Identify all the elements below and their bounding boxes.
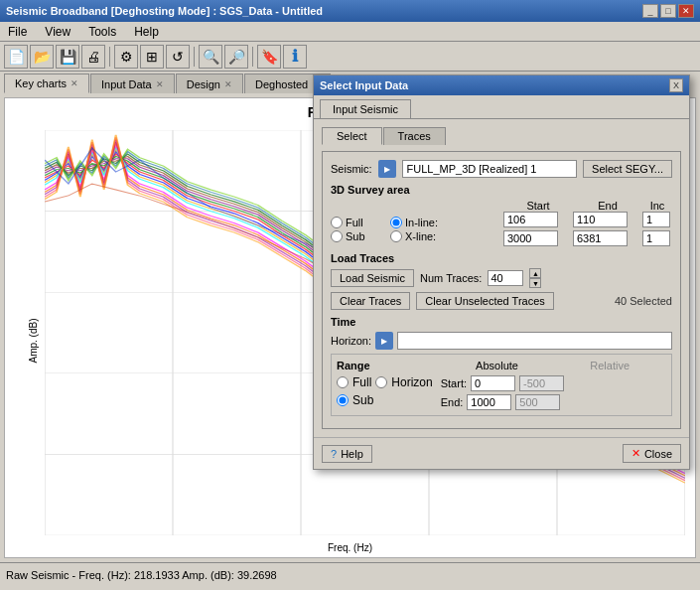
range-inner: Range Full Horizon xyxy=(337,360,666,410)
inline-row: Full Sub xyxy=(331,212,672,246)
inline-start-input[interactable] xyxy=(503,212,558,227)
horizon-label: Horizon: xyxy=(331,335,371,347)
survey-header-row: Start End Inc xyxy=(331,200,672,212)
survey-section: 3D Survey area Start End Inc xyxy=(331,184,672,246)
radio-full-label: Full xyxy=(346,217,363,228)
end-rel-input[interactable] xyxy=(515,394,560,410)
radio-inline[interactable] xyxy=(390,217,402,228)
horizon-icon: ▶ xyxy=(375,332,393,350)
seismic-icon: ▶ xyxy=(378,160,396,178)
range-right: Absolute Relative Start: End: xyxy=(441,360,666,410)
range-section: Range Full Horizon xyxy=(331,354,672,416)
seismic-row: Seismic: ▶ FULL_MP_3D [Realized] 1 Selec… xyxy=(331,160,672,178)
start-rel-input[interactable] xyxy=(519,375,564,391)
radio-range-full-label: Full xyxy=(352,375,371,389)
radio-inline-row: In-line: xyxy=(390,217,503,228)
end-abs-input[interactable] xyxy=(467,394,511,410)
radio-sub-label: Sub xyxy=(346,230,365,242)
selected-count: 40 Selected xyxy=(615,295,672,307)
radio-range-full[interactable] xyxy=(337,376,349,388)
radio-full-horizon-row: Full Horizon xyxy=(337,375,433,389)
xline-start-input[interactable] xyxy=(503,230,558,246)
radio-range-sub-label: Sub xyxy=(352,393,373,407)
xline-end-input[interactable] xyxy=(573,230,628,246)
clear-unselected-button[interactable]: Clear Unselected Traces xyxy=(416,292,553,310)
start-abs-input[interactable] xyxy=(471,375,515,391)
dialog-footer: ? Help ✕ Close xyxy=(314,437,689,469)
radio-inline-label: In-line: xyxy=(405,217,438,228)
relative-header: Relative xyxy=(580,360,639,371)
radio-xline[interactable] xyxy=(390,230,402,242)
close-x-icon: ✕ xyxy=(631,447,640,460)
num-traces-label: Num Traces: xyxy=(420,272,482,284)
radio-xline-label: X-line: xyxy=(405,230,436,242)
dialog-close-button[interactable]: X xyxy=(669,78,683,92)
radio-full-row: Full xyxy=(331,217,390,228)
end-header: End xyxy=(573,200,642,212)
clear-traces-button[interactable]: Clear Traces xyxy=(331,292,410,310)
end-row: End: xyxy=(441,394,666,410)
radio-sub[interactable] xyxy=(331,230,343,242)
dialog-title-text: Select Input Data xyxy=(320,79,408,91)
inline-inc-input[interactable] xyxy=(642,212,670,227)
inner-tab-content: Seismic: ▶ FULL_MP_3D [Realized] 1 Selec… xyxy=(322,151,681,429)
end-row-label: End: xyxy=(441,396,464,408)
start-row: Start: xyxy=(441,375,666,391)
inc-header: Inc xyxy=(642,200,672,212)
range-left: Range Full Horizon xyxy=(337,360,433,407)
spinner-down[interactable]: ▼ xyxy=(529,278,541,288)
radio-sub-range-row: Sub xyxy=(337,393,433,407)
absolute-header: Absolute xyxy=(468,360,527,371)
seismic-label: Seismic: xyxy=(331,163,372,175)
radio-range-horizon[interactable] xyxy=(375,376,387,388)
seismic-name: FULL_MP_3D [Realized] 1 xyxy=(402,160,577,178)
dialog-outer-tabs: Input Seismic xyxy=(314,95,689,118)
dialog-body: Select Traces Seismic: ▶ FULL_MP_3D [Rea… xyxy=(314,118,689,437)
load-traces-label: Load Traces xyxy=(331,252,672,264)
start-header: Start xyxy=(503,200,573,212)
num-traces-spinner: ▲ ▼ xyxy=(529,268,541,288)
survey-table: Start End Inc Full xyxy=(331,200,672,246)
time-section: Time Horizon: ▶ Range xyxy=(331,316,672,416)
horizon-input[interactable] xyxy=(397,332,672,350)
load-traces-row: Load Seismic Num Traces: ▲ ▼ xyxy=(331,268,672,288)
close-label: Close xyxy=(644,448,672,460)
inner-tab-bar: Select Traces xyxy=(322,127,681,145)
range-radios: Full Horizon Sub xyxy=(337,375,433,407)
inner-tab-select[interactable]: Select xyxy=(322,127,382,145)
horizon-row: Horizon: ▶ xyxy=(331,332,672,350)
num-traces-input[interactable] xyxy=(488,270,523,286)
xline-inc-input[interactable] xyxy=(642,230,670,246)
inline-end-input[interactable] xyxy=(573,212,628,227)
radio-range-horizon-label: Horizon xyxy=(391,375,432,389)
abs-rel-headers: Absolute Relative xyxy=(441,360,666,371)
select-segy-button[interactable]: Select SEGY... xyxy=(583,160,672,178)
radio-xline-row: X-line: xyxy=(390,230,503,242)
start-row-label: Start: xyxy=(441,377,467,389)
load-traces-section: Load Traces Load Seismic Num Traces: ▲ ▼… xyxy=(331,252,672,310)
survey-label: 3D Survey area xyxy=(331,184,672,196)
radio-sub-row: Sub xyxy=(331,230,390,242)
dialog-title-bar: Select Input Data X xyxy=(314,75,689,95)
dialog-overlay: Select Input Data X Input Seismic Select… xyxy=(0,0,700,590)
help-button[interactable]: ? Help xyxy=(322,445,372,463)
close-button[interactable]: ✕ Close xyxy=(623,444,681,463)
radio-range-sub[interactable] xyxy=(337,394,349,406)
clear-traces-row: Clear Traces Clear Unselected Traces 40 … xyxy=(331,292,672,310)
time-label: Time xyxy=(331,316,672,328)
load-seismic-button[interactable]: Load Seismic xyxy=(331,269,414,287)
help-icon: ? xyxy=(331,448,337,460)
select-input-dialog: Select Input Data X Input Seismic Select… xyxy=(313,74,690,470)
dialog-tab-input-seismic[interactable]: Input Seismic xyxy=(320,99,411,118)
help-label: Help xyxy=(341,448,363,460)
inner-tab-traces[interactable]: Traces xyxy=(383,127,446,145)
radio-full[interactable] xyxy=(331,217,343,228)
range-label: Range xyxy=(337,360,433,371)
spinner-up[interactable]: ▲ xyxy=(529,268,541,278)
